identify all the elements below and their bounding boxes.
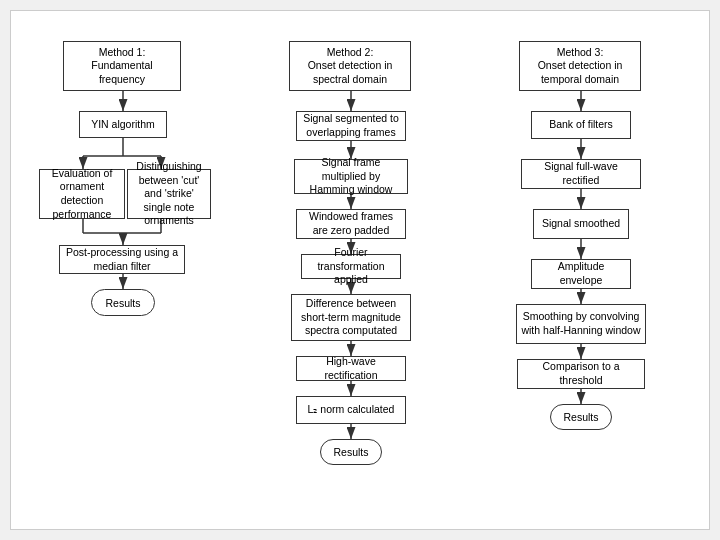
m1-title-text: Method 1: Fundamental frequency <box>68 46 176 87</box>
m1-results-text: Results <box>105 297 140 309</box>
m2-rect-text: High-wave rectification <box>301 355 401 382</box>
m2-title-text: Method 2: Onset detection in spectral do… <box>294 46 406 87</box>
m1-dist-box: Distinguishing between 'cut' and 'strike… <box>127 169 211 219</box>
m3-title-box: Method 3: Onset detection in temporal do… <box>519 41 641 91</box>
m3-smooth-text: Signal smoothed <box>542 217 620 231</box>
m1-eval-box: Evaluation of ornament detection perform… <box>39 169 125 219</box>
m1-post-box: Post-processing using a median filter <box>59 245 185 274</box>
m2-fourier-box: Fourier transformation applied <box>301 254 401 279</box>
m3-rect-box: Signal full-wave rectified <box>521 159 641 189</box>
m2-zero-box: Windowed frames are zero padded <box>296 209 406 239</box>
m3-bank-text: Bank of filters <box>549 118 613 132</box>
m2-hamming-text: Signal frame multiplied by Hamming windo… <box>299 156 403 197</box>
m3-comp-text: Comparison to a threshold <box>522 360 640 387</box>
m3-hanning-box: Smoothing by convolving with half-Hannin… <box>516 304 646 344</box>
m1-eval-text: Evaluation of ornament detection perform… <box>44 167 120 222</box>
m2-title-box: Method 2: Onset detection in spectral do… <box>289 41 411 91</box>
m2-fourier-text: Fourier transformation applied <box>306 246 396 287</box>
m2-seg-text: Signal segmented to overlapping frames <box>301 112 401 139</box>
m1-yin-text: YIN algorithm <box>91 118 155 132</box>
m1-title-box: Method 1: Fundamental frequency <box>63 41 181 91</box>
m1-results-box: Results <box>91 289 155 316</box>
m1-yin-box: YIN algorithm <box>79 111 167 138</box>
m2-norm-box: L₂ norm calculated <box>296 396 406 424</box>
m1-dist-text: Distinguishing between 'cut' and 'strike… <box>132 160 206 228</box>
m3-rect-text: Signal full-wave rectified <box>526 160 636 187</box>
m2-diff-box: Difference between short-term magnitude … <box>291 294 411 341</box>
m3-title-text: Method 3: Onset detection in temporal do… <box>524 46 636 87</box>
diagram: Method 1: Fundamental frequency YIN algo… <box>10 10 710 530</box>
m3-smooth-box: Signal smoothed <box>533 209 629 239</box>
m1-post-text: Post-processing using a median filter <box>64 246 180 273</box>
m3-amp-box: Amplitude envelope <box>531 259 631 289</box>
m2-seg-box: Signal segmented to overlapping frames <box>296 111 406 141</box>
m2-diff-text: Difference between short-term magnitude … <box>296 297 406 338</box>
m3-amp-text: Amplitude envelope <box>536 260 626 287</box>
m3-results-box: Results <box>550 404 612 430</box>
m3-bank-box: Bank of filters <box>531 111 631 139</box>
m2-rect-box: High-wave rectification <box>296 356 406 381</box>
m3-comp-box: Comparison to a threshold <box>517 359 645 389</box>
m2-zero-text: Windowed frames are zero padded <box>301 210 401 237</box>
m2-results-text: Results <box>333 446 368 458</box>
m2-hamming-box: Signal frame multiplied by Hamming windo… <box>294 159 408 194</box>
m2-results-box: Results <box>320 439 382 465</box>
m3-hanning-text: Smoothing by convolving with half-Hannin… <box>521 310 641 337</box>
m3-results-text: Results <box>563 411 598 423</box>
m2-norm-text: L₂ norm calculated <box>308 403 395 417</box>
